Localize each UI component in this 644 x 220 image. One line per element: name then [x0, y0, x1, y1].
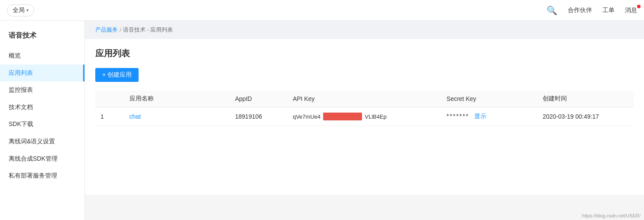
breadcrumb-product-services[interactable]: 产品服务: [95, 26, 118, 34]
secret-key-masked: *******: [447, 113, 469, 120]
col-header-index: [95, 91, 124, 107]
app-name-link[interactable]: chat: [129, 113, 141, 120]
content-card: 应用列表 + 创建应用 应用名称 AppID API Key Secret Ke…: [85, 39, 644, 195]
api-key-suffix: VLlB4Ep: [365, 113, 387, 120]
chevron-down-icon: ▾: [26, 8, 29, 13]
table-row: 1 chat 18919106 qVe7mUe4 VLlB4Ep: [95, 107, 634, 126]
api-key-wrap: qVe7mUe4 VLlB4Ep: [293, 113, 436, 120]
col-header-created: 创建时间: [537, 91, 634, 107]
sidebar-item-overview[interactable]: 概览: [0, 47, 84, 65]
api-key-prefix: qVe7mUe4: [293, 113, 320, 120]
cell-secretkey: ******* 显示: [441, 107, 537, 126]
cell-name: chat: [124, 107, 230, 126]
footer-url: https://blog.csdn.net/USER/: [582, 213, 641, 218]
breadcrumb-current-page: 语音技术 - 应用列表: [123, 26, 173, 34]
sidebar-item-private-deploy[interactable]: 私有部署服务管理: [0, 167, 84, 184]
top-navigation: 全局 ▾ 🔍 合作伙伴 工单 消息: [0, 0, 644, 21]
cell-apikey: qVe7mUe4 VLlB4Ep: [288, 107, 441, 126]
main-content: 产品服务 / 语音技术 - 应用列表 应用列表 + 创建应用 应用名称 AppI…: [85, 21, 644, 220]
main-layout: 语音技术 概览 应用列表 监控报表 技术文档 SDK下载 离线词&语义设置 离线…: [0, 21, 644, 220]
sidebar-item-docs[interactable]: 技术文档: [0, 99, 84, 116]
col-header-name: 应用名称: [124, 91, 230, 107]
sidebar-item-monitor[interactable]: 监控报表: [0, 81, 84, 99]
breadcrumb: 产品服务 / 语音技术 - 应用列表: [85, 21, 644, 39]
top-nav-right: 🔍 合作伙伴 工单 消息: [547, 5, 637, 16]
page-title: 应用列表: [95, 48, 634, 59]
api-key-redacted: [323, 113, 362, 120]
breadcrumb-separator: /: [120, 27, 121, 33]
ticket-link[interactable]: 工单: [602, 6, 615, 14]
cell-created: 2020-03-19 00:49:17: [537, 107, 634, 126]
sidebar-item-sdk[interactable]: SDK下载: [0, 116, 84, 133]
col-header-secretkey: Secret Key: [441, 91, 537, 107]
message-label: 消息: [625, 6, 637, 13]
region-selector[interactable]: 全局 ▾: [7, 4, 34, 16]
partner-link[interactable]: 合作伙伴: [568, 6, 592, 14]
table-header-row: 应用名称 AppID API Key Secret Key 创建时间: [95, 91, 634, 107]
secret-key-show-button[interactable]: 显示: [474, 113, 486, 120]
message-link[interactable]: 消息: [625, 6, 637, 14]
col-header-apikey: API Key: [288, 91, 441, 107]
cell-appid: 18919106: [230, 107, 288, 126]
sidebar-title: 语音技术: [0, 26, 84, 47]
sidebar-item-offline-words[interactable]: 离线词&语义设置: [0, 133, 84, 150]
sidebar-item-offline-sdk[interactable]: 离线合成SDK管理: [0, 150, 84, 168]
app-table: 应用名称 AppID API Key Secret Key 创建时间 1 cha…: [95, 91, 634, 126]
cell-index: 1: [95, 107, 124, 126]
search-icon[interactable]: 🔍: [547, 5, 557, 16]
message-badge: [637, 5, 641, 8]
region-label: 全局: [13, 6, 25, 14]
sidebar: 语音技术 概览 应用列表 监控报表 技术文档 SDK下载 离线词&语义设置 离线…: [0, 21, 85, 220]
create-app-button[interactable]: + 创建应用: [95, 68, 139, 82]
col-header-appid: AppID: [230, 91, 288, 107]
sidebar-item-app-list[interactable]: 应用列表: [0, 65, 84, 82]
